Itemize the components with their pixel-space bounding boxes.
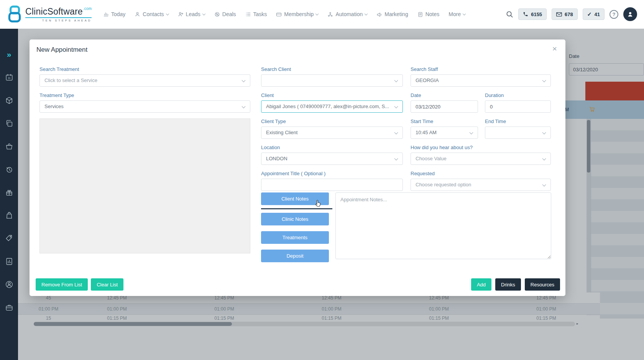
chevron-down-icon — [242, 105, 246, 108]
chevron-down-icon — [166, 12, 169, 15]
chevron-down-icon — [463, 12, 466, 15]
nav-item-automation[interactable]: Automation — [327, 11, 367, 17]
nav-item-contacts[interactable]: Contacts — [135, 11, 168, 17]
search-staff-select[interactable]: GEORGIA — [411, 74, 551, 87]
nav-item-deals[interactable]: Deals — [214, 11, 236, 17]
brand-text: ClinicSoftware.com TEN STEPS AHEAD — [25, 7, 92, 22]
location-label: Location — [261, 145, 403, 151]
client-type-select[interactable]: Existing Client — [261, 127, 403, 139]
hear-about-label: How did you hear about us? — [411, 145, 551, 151]
svg-text:31: 31 — [8, 77, 11, 79]
brand-name: ClinicSoftware — [25, 7, 83, 16]
client-type-value: Existing Client — [266, 130, 297, 135]
case-icon[interactable] — [5, 303, 13, 312]
treatment-type-label: Treatment Type — [39, 92, 250, 99]
copy-icon[interactable] — [5, 119, 13, 128]
close-icon[interactable]: × — [552, 44, 557, 53]
left-sidebar: » 31 — [0, 29, 18, 360]
logo-8-icon — [7, 5, 22, 23]
messages-badge[interactable]: 678 — [552, 8, 578, 20]
remove-from-list-button[interactable]: Remove From List — [36, 278, 88, 291]
report-icon[interactable] — [5, 257, 13, 266]
help-icon[interactable]: ? — [610, 10, 618, 19]
nav-item-notes[interactable]: Notes — [417, 11, 440, 17]
treatment-column: Search Treatment Click to select a Servi… — [39, 66, 250, 253]
brand-tagline: TEN STEPS AHEAD — [25, 17, 92, 22]
appointment-notes-textarea[interactable] — [335, 192, 551, 259]
tab-deposit[interactable]: Deposit — [261, 250, 329, 262]
client-select[interactable]: Abigail Jones ( 07490009777, alex@in-pic… — [261, 100, 403, 113]
gift-icon[interactable] — [5, 188, 13, 197]
automation-icon — [327, 12, 333, 17]
location-select[interactable]: LONDON — [261, 153, 403, 165]
nav-item-more[interactable]: More — [449, 11, 465, 17]
duration-input[interactable] — [485, 100, 551, 113]
app-logo[interactable]: ClinicSoftware.com TEN STEPS AHEAD — [7, 5, 93, 23]
chevron-down-icon — [542, 131, 546, 135]
nav-item-leads[interactable]: Leads — [178, 11, 205, 17]
add-button[interactable]: Add — [471, 278, 491, 291]
modal-title: New Appointment — [36, 46, 87, 54]
nav-label: Leads — [186, 11, 200, 17]
tasks-count: 41 — [595, 12, 600, 17]
drinks-button[interactable]: Drinks — [495, 278, 521, 291]
calls-badge[interactable]: 6155 — [518, 8, 547, 20]
chevron-down-icon — [542, 183, 546, 187]
calendar-31-icon[interactable]: 31 — [5, 73, 13, 82]
user-avatar[interactable] — [623, 7, 637, 21]
clear-list-button[interactable]: Clear List — [91, 278, 123, 291]
new-appointment-modal: New Appointment × Search Treatment Click… — [30, 39, 565, 296]
chevron-down-icon — [242, 79, 246, 82]
account-icon[interactable] — [5, 280, 13, 289]
search-client-select[interactable] — [261, 74, 403, 87]
contacts-icon — [135, 12, 140, 17]
topbar-right-cluster: 6155 678 ✓ 41 ? — [506, 7, 637, 21]
mail-icon — [556, 12, 562, 17]
expand-icon[interactable]: » — [5, 50, 13, 59]
tag-icon[interactable] — [5, 234, 13, 243]
package-icon[interactable] — [5, 96, 13, 105]
nav-item-membership[interactable]: Membership — [276, 11, 318, 17]
end-time-select[interactable] — [485, 127, 551, 139]
chevron-down-icon — [394, 131, 398, 135]
start-time-select[interactable]: 10:45 AM — [411, 127, 478, 139]
calls-count: 6155 — [531, 12, 542, 17]
nav-label: Contacts — [143, 11, 164, 17]
start-time-label: Start Time — [411, 118, 478, 125]
leads-icon — [178, 12, 184, 17]
nav-item-marketing[interactable]: Marketing — [376, 11, 408, 17]
client-label: Client — [261, 92, 403, 99]
tab-treatments[interactable]: Treatments — [261, 231, 329, 244]
tab-client-notes[interactable]: Client Notes — [261, 192, 329, 205]
history-icon[interactable] — [5, 165, 13, 174]
nav-label: Automation — [335, 11, 363, 17]
tab-clinic-notes[interactable]: Clinic Notes — [261, 213, 329, 225]
requested-select[interactable]: Choose requested option — [411, 179, 551, 191]
nav-label: More — [449, 11, 461, 17]
basket-icon[interactable] — [5, 142, 13, 151]
date-input[interactable] — [411, 100, 478, 113]
screen: ClinicSoftware.com TEN STEPS AHEAD Today… — [0, 0, 644, 360]
nav-label: Membership — [284, 11, 314, 17]
search-treatment-select[interactable]: Click to select a Service — [39, 74, 250, 87]
bag-icon[interactable] — [5, 211, 13, 220]
chevron-down-icon — [394, 157, 398, 161]
treatment-type-value: Services — [44, 104, 64, 109]
hear-about-select[interactable]: Choose Value — [411, 153, 551, 165]
notes-icon — [417, 12, 423, 17]
nav-item-today[interactable]: Today — [103, 11, 125, 17]
treatment-type-select[interactable]: Services — [39, 100, 250, 113]
messages-count: 678 — [565, 12, 573, 17]
appointment-title-input[interactable] — [261, 179, 403, 191]
resources-button[interactable]: Resources — [525, 278, 560, 291]
search-icon[interactable] — [506, 11, 513, 18]
tasks-icon — [245, 12, 251, 17]
marketing-icon — [376, 12, 382, 17]
client-type-label: Client Type — [261, 118, 403, 125]
requested-label: Requested — [411, 171, 551, 177]
tasks-badge[interactable]: ✓ 41 — [583, 8, 605, 20]
search-staff-value: GEORGIA — [416, 77, 439, 83]
nav-item-tasks[interactable]: Tasks — [245, 11, 267, 17]
check-icon: ✓ — [587, 11, 592, 17]
chevron-down-icon — [394, 105, 398, 108]
